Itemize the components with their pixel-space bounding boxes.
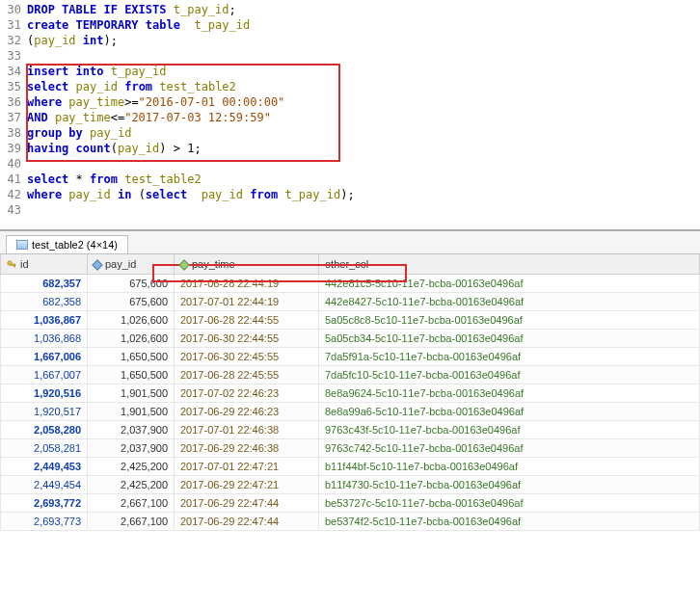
code-content[interactable]: (pay_id int); <box>25 33 118 48</box>
code-content[interactable]: having count(pay_id) > 1; <box>25 141 202 156</box>
cell-pay-id[interactable]: 1,901,500 <box>88 403 175 421</box>
code-content[interactable]: select pay_id from test_table2 <box>25 79 236 94</box>
cell-pay-id[interactable]: 2,667,100 <box>88 494 175 513</box>
col-header-pay-time[interactable]: pay_time <box>175 254 319 275</box>
cell-pay-id[interactable]: 1,901,500 <box>88 384 175 403</box>
code-line[interactable]: 43 <box>0 202 700 218</box>
code-line[interactable]: 36where pay_time>="2016-07-01 00:00:00" <box>0 94 700 110</box>
cell-pay-time[interactable]: 2017-06-30 22:45:55 <box>175 348 319 366</box>
code-line[interactable]: 30DROP TABLE IF EXISTS t_pay_id; <box>0 2 700 17</box>
sql-editor[interactable]: 30DROP TABLE IF EXISTS t_pay_id;31create… <box>0 0 700 225</box>
cell-id[interactable]: 1,036,868 <box>1 330 88 348</box>
table-row[interactable]: 682,358675,6002017-07-01 22:44:19442e842… <box>1 293 700 311</box>
cell-pay-time[interactable]: 2017-06-28 22:45:55 <box>175 366 319 384</box>
cell-other-col[interactable]: 9763c43f-5c10-11e7-bcba-00163e0496af <box>319 421 700 439</box>
table-row[interactable]: 2,058,2802,037,9002017-07-01 22:46:38976… <box>1 421 700 439</box>
cell-pay-id[interactable]: 675,600 <box>88 275 175 293</box>
cell-id[interactable]: 2,449,454 <box>1 476 88 494</box>
code-line[interactable]: 39having count(pay_id) > 1; <box>0 141 700 156</box>
code-content[interactable]: group by pay_id <box>25 125 131 141</box>
cell-pay-time[interactable]: 2017-06-29 22:47:21 <box>175 476 319 494</box>
results-grid[interactable]: id pay_id pay_time other_col 682,357675,… <box>0 254 700 531</box>
table-row[interactable]: 1,920,5161,901,5002017-07-02 22:46:238e8… <box>1 384 700 403</box>
code-line[interactable]: 38group by pay_id <box>0 125 700 141</box>
table-row[interactable]: 1,036,8671,026,6002017-06-28 22:44:555a0… <box>1 311 700 330</box>
cell-pay-time[interactable]: 2017-06-29 22:47:44 <box>175 494 319 513</box>
code-content[interactable]: insert into t_pay_id <box>25 64 167 79</box>
table-row[interactable]: 682,357675,6002017-06-28 22:44:19442e81c… <box>1 275 700 293</box>
code-line[interactable]: 40 <box>0 156 700 172</box>
table-row[interactable]: 1,036,8681,026,6002017-06-30 22:44:555a0… <box>1 330 700 348</box>
cell-pay-time[interactable]: 2017-06-29 22:46:38 <box>175 439 319 458</box>
cell-pay-id[interactable]: 2,425,200 <box>88 458 175 476</box>
cell-id[interactable]: 1,920,516 <box>1 384 88 403</box>
cell-id[interactable]: 2,058,281 <box>1 439 88 458</box>
cell-id[interactable]: 1,667,007 <box>1 366 88 384</box>
code-line[interactable]: 33 <box>0 48 700 64</box>
cell-pay-time[interactable]: 2017-07-01 22:47:21 <box>175 458 319 476</box>
cell-other-col[interactable]: 5a05cb34-5c10-11e7-bcba-00163e0496af <box>319 330 700 348</box>
code-line[interactable]: 32(pay_id int); <box>0 33 700 48</box>
table-row[interactable]: 2,449,4542,425,2002017-06-29 22:47:21b11… <box>1 476 700 494</box>
cell-pay-time[interactable]: 2017-06-28 22:44:19 <box>175 275 319 293</box>
cell-pay-time[interactable]: 2017-06-28 22:44:55 <box>175 311 319 330</box>
table-row[interactable]: 2,449,4532,425,2002017-07-01 22:47:21b11… <box>1 458 700 476</box>
cell-pay-id[interactable]: 675,600 <box>88 293 175 311</box>
cell-other-col[interactable]: 8e8a9624-5c10-11e7-bcba-00163e0496af <box>319 384 700 403</box>
code-line[interactable]: 42where pay_id in (select pay_id from t_… <box>0 187 700 202</box>
code-line[interactable]: 37AND pay_time<="2017-07-03 12:59:59" <box>0 110 700 125</box>
code-line[interactable]: 35select pay_id from test_table2 <box>0 79 700 94</box>
cell-pay-time[interactable]: 2017-07-02 22:46:23 <box>175 384 319 403</box>
cell-id[interactable]: 1,667,006 <box>1 348 88 366</box>
code-content[interactable]: create TEMPORARY table t_pay_id <box>25 17 250 33</box>
cell-pay-id[interactable]: 1,026,600 <box>88 330 175 348</box>
table-row[interactable]: 2,058,2812,037,9002017-06-29 22:46:38976… <box>1 439 700 458</box>
cell-pay-time[interactable]: 2017-06-29 22:47:44 <box>175 513 319 531</box>
col-header-pay-id[interactable]: pay_id <box>88 254 175 275</box>
cell-pay-id[interactable]: 1,026,600 <box>88 311 175 330</box>
cell-other-col[interactable]: be5374f2-5c10-11e7-bcba-00163e0496af <box>319 513 700 531</box>
code-content[interactable]: where pay_time>="2016-07-01 00:00:00" <box>25 94 284 110</box>
cell-pay-id[interactable]: 2,037,900 <box>88 421 175 439</box>
code-content[interactable]: select * from test_table2 <box>25 172 202 187</box>
table-row[interactable]: 1,920,5171,901,5002017-06-29 22:46:238e8… <box>1 403 700 421</box>
code-line[interactable]: 31create TEMPORARY table t_pay_id <box>0 17 700 33</box>
code-content[interactable]: where pay_id in (select pay_id from t_pa… <box>25 187 355 202</box>
table-row[interactable]: 2,693,7722,667,1002017-06-29 22:47:44be5… <box>1 494 700 513</box>
cell-id[interactable]: 1,036,867 <box>1 311 88 330</box>
cell-other-col[interactable]: 9763c742-5c10-11e7-bcba-00163e0496af <box>319 439 700 458</box>
cell-pay-time[interactable]: 2017-07-01 22:44:19 <box>175 293 319 311</box>
cell-id[interactable]: 2,058,280 <box>1 421 88 439</box>
cell-id[interactable]: 2,693,773 <box>1 513 88 531</box>
cell-other-col[interactable]: 7da5fc10-5c10-11e7-bcba-00163e0496af <box>319 366 700 384</box>
code-content[interactable]: DROP TABLE IF EXISTS t_pay_id; <box>25 2 236 17</box>
code-line[interactable]: 34insert into t_pay_id <box>0 64 700 79</box>
cell-other-col[interactable]: 442e81c5-5c10-11e7-bcba-00163e0496af <box>319 275 700 293</box>
results-tab[interactable]: test_table2 (4×14) <box>6 235 128 253</box>
cell-other-col[interactable]: 442e8427-5c10-11e7-bcba-00163e0496af <box>319 293 700 311</box>
cell-id[interactable]: 682,357 <box>1 275 88 293</box>
cell-other-col[interactable]: b11f44bf-5c10-11e7-bcba-00163e0496af <box>319 458 700 476</box>
cell-pay-id[interactable]: 2,425,200 <box>88 476 175 494</box>
col-header-id[interactable]: id <box>1 254 88 275</box>
code-line[interactable]: 41select * from test_table2 <box>0 172 700 187</box>
cell-other-col[interactable]: be53727c-5c10-11e7-bcba-00163e0496af <box>319 494 700 513</box>
cell-pay-time[interactable]: 2017-07-01 22:46:38 <box>175 421 319 439</box>
cell-pay-time[interactable]: 2017-06-29 22:46:23 <box>175 403 319 421</box>
cell-id[interactable]: 682,358 <box>1 293 88 311</box>
cell-pay-id[interactable]: 1,650,500 <box>88 348 175 366</box>
col-header-other-col[interactable]: other_col <box>319 254 700 275</box>
cell-other-col[interactable]: 7da5f91a-5c10-11e7-bcba-00163e0496af <box>319 348 700 366</box>
cell-other-col[interactable]: 8e8a99a6-5c10-11e7-bcba-00163e0496af <box>319 403 700 421</box>
cell-id[interactable]: 2,693,772 <box>1 494 88 513</box>
cell-id[interactable]: 1,920,517 <box>1 403 88 421</box>
cell-other-col[interactable]: b11f4730-5c10-11e7-bcba-00163e0496af <box>319 476 700 494</box>
code-content[interactable]: AND pay_time<="2017-07-03 12:59:59" <box>25 110 271 125</box>
cell-pay-id[interactable]: 1,650,500 <box>88 366 175 384</box>
cell-pay-id[interactable]: 2,037,900 <box>88 439 175 458</box>
cell-id[interactable]: 2,449,453 <box>1 458 88 476</box>
cell-pay-time[interactable]: 2017-06-30 22:44:55 <box>175 330 319 348</box>
cell-pay-id[interactable]: 2,667,100 <box>88 513 175 531</box>
table-row[interactable]: 1,667,0071,650,5002017-06-28 22:45:557da… <box>1 366 700 384</box>
cell-other-col[interactable]: 5a05c8c8-5c10-11e7-bcba-00163e0496af <box>319 311 700 330</box>
